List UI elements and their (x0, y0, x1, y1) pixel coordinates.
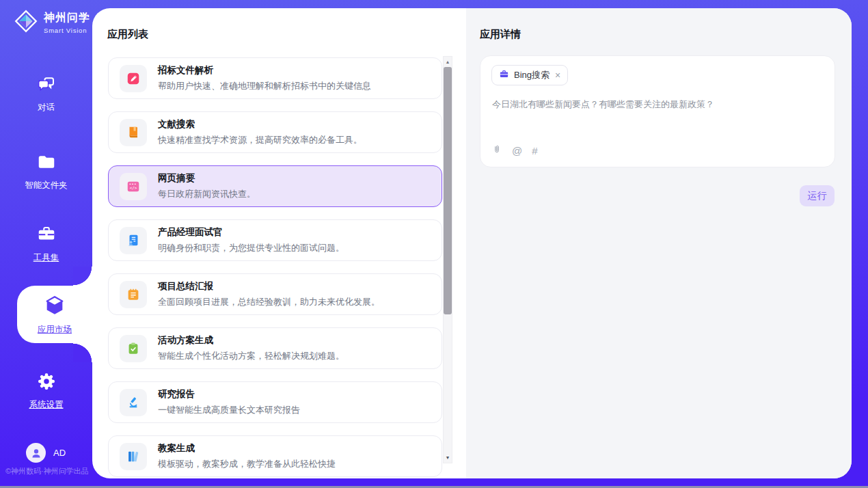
app-desc: 一键智能生成高质量长文本研究报告 (158, 404, 300, 416)
app-title: 活动方案生成 (158, 334, 344, 347)
sidebar-item-smart-folder[interactable]: 智能文件夹 (0, 152, 92, 191)
user-account[interactable]: AD (26, 443, 66, 463)
app-title: 项目总结汇报 (158, 280, 380, 293)
bubble-curve-bottom (73, 343, 92, 362)
close-icon[interactable]: × (555, 70, 560, 81)
app-desc: 快速精准查找学术资源，提高研究效率的必备工具。 (158, 134, 362, 146)
cube-icon (43, 294, 66, 320)
sidebar-item-label: 智能文件夹 (25, 180, 68, 191)
app-detail-title: 应用详情 (480, 28, 521, 41)
sidebar-item-toolset[interactable]: 工具集 (0, 224, 92, 264)
scroll-up-arrow-icon[interactable]: ▲ (444, 57, 452, 67)
content-panel: 应用列表 招标文件解析 帮助用户快速、准确地理解和解析招标书中的关键信息 (92, 8, 852, 478)
bid-edit-icon (120, 65, 147, 92)
attachment-toolbar: @ # (491, 144, 538, 159)
list-item-pm-interviewer[interactable]: 产品经理面试官 明确身份和职责，为您提供专业性的面试问题。 (108, 219, 442, 261)
sidebar-item-chat[interactable]: 对话 (0, 74, 92, 113)
sidebar: 神州问学 Smart Vision 对话 智能文件夹 (0, 0, 92, 488)
sidebar-item-label: 工具集 (33, 252, 59, 264)
bubble-curve-top (73, 267, 92, 286)
app-desc: 每日政府新闻资讯快查。 (158, 188, 256, 200)
app-title: 招标文件解析 (158, 64, 371, 77)
brand-logo: 神州问学 Smart Vision (13, 8, 90, 37)
webpage-code-icon: </> (120, 173, 147, 200)
list-item-research-report[interactable]: 研究报告 一键智能生成高质量长文本研究报告 (108, 381, 442, 423)
app-detail-section: 应用详情 Bing搜索 × 今日湖北有哪些新闻要点？有哪些需要关注的最新政策？ (466, 8, 852, 478)
avatar (26, 443, 46, 463)
app-desc: 模板驱动，教案秒成，教学准备从此轻松快捷 (158, 458, 336, 470)
app-title: 网页摘要 (158, 172, 256, 185)
chat-icon (36, 74, 57, 97)
brand-subtitle: Smart Vision (44, 27, 90, 34)
scroll-down-arrow-icon[interactable]: ▼ (444, 452, 452, 463)
notepad-icon (120, 281, 147, 308)
app-title: 研究报告 (158, 388, 300, 401)
hash-tag-icon[interactable]: # (532, 145, 537, 157)
sidebar-item-app-market[interactable]: 应用市场 (17, 286, 92, 343)
list-item-web-summary[interactable]: </> 网页摘要 每日政府新闻资讯快查。 (108, 165, 442, 207)
app-title: 文献搜索 (158, 118, 362, 131)
paperclip-icon[interactable] (491, 144, 502, 159)
list-item-project-summary[interactable]: 项目总结汇报 全面回顾项目进展，总结经验教训，助力未来优化发展。 (108, 273, 442, 315)
document-person-icon (120, 227, 147, 254)
gear-icon (36, 371, 57, 394)
sidebar-item-label: 对话 (38, 102, 55, 113)
briefcase-icon (499, 69, 509, 82)
query-input[interactable]: 今日湖北有哪些新闻要点？有哪些需要关注的最新政策？ (492, 98, 823, 111)
list-item-event-plan[interactable]: 活动方案生成 智能生成个性化活动方案，轻松解决规划难题。 (108, 327, 442, 369)
clipboard-check-icon (120, 335, 147, 362)
copyright-note: ©神州数码·神州问学出品 (5, 466, 89, 476)
app-list: 招标文件解析 帮助用户快速、准确地理解和解析招标书中的关键信息 文献搜索 快速精… (108, 57, 442, 478)
app-desc: 智能生成个性化活动方案，轻松解决规划难题。 (158, 350, 344, 362)
user-initials: AD (53, 448, 66, 458)
app-desc: 明确身份和职责，为您提供专业性的面试问题。 (158, 242, 344, 254)
sidebar-item-label: 应用市场 (38, 324, 72, 336)
folder-icon (36, 152, 57, 175)
at-mention-icon[interactable]: @ (512, 145, 522, 157)
list-item-lesson-plan[interactable]: 教案生成 模板驱动，教案秒成，教学准备从此轻松快捷 (108, 435, 442, 477)
sidebar-item-label: 系统设置 (29, 399, 64, 411)
app-desc: 帮助用户快速、准确地理解和解析招标书中的关键信息 (158, 80, 371, 92)
sidebar-item-settings[interactable]: 系统设置 (0, 371, 92, 411)
app-title: 产品经理面试官 (158, 226, 344, 239)
diamond-logo-icon (13, 8, 39, 37)
book-icon (120, 119, 147, 146)
microscope-icon (120, 389, 147, 416)
books-icon (120, 443, 147, 470)
run-button[interactable]: 运行 (800, 185, 835, 206)
list-item-literature-search[interactable]: 文献搜索 快速精准查找学术资源，提高研究效率的必备工具。 (108, 111, 442, 153)
scrollbar-thumb[interactable] (444, 67, 452, 314)
list-item-bid-parse[interactable]: 招标文件解析 帮助用户快速、准确地理解和解析招标书中的关键信息 (108, 57, 442, 99)
tool-tag-bing-search[interactable]: Bing搜索 × (491, 65, 568, 85)
app-title: 教案生成 (158, 442, 336, 455)
list-scrollbar[interactable]: ▲ ▼ (443, 56, 452, 463)
tool-tag-label: Bing搜索 (514, 69, 550, 81)
prompt-card[interactable]: Bing搜索 × 今日湖北有哪些新闻要点？有哪些需要关注的最新政策？ @ # (480, 55, 835, 167)
app-desc: 全面回顾项目进展，总结经验教训，助力未来优化发展。 (158, 296, 380, 308)
toolbox-icon (36, 224, 57, 247)
app-list-title: 应用列表 (107, 28, 148, 41)
brand-name: 神州问学 (44, 11, 90, 25)
svg-text:</>: </> (130, 185, 137, 190)
